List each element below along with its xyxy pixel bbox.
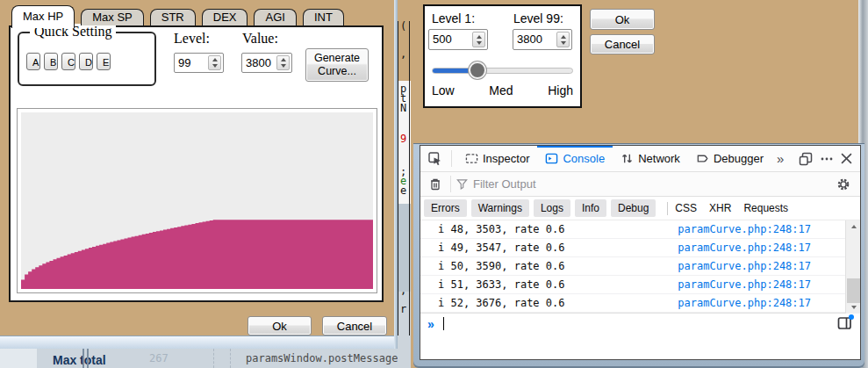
trash-icon[interactable] (426, 177, 445, 191)
spin-up-icon[interactable] (212, 58, 218, 61)
tab-panel-max-hp: Quick Setting A B C D E Level: 99 Value:… (9, 25, 384, 302)
value-input-value: 3800 (246, 56, 271, 69)
sidebar-toggle-icon[interactable] (837, 316, 852, 330)
filter-warnings[interactable]: Warnings (471, 199, 529, 217)
devtools-tab-network[interactable]: Network (613, 146, 688, 171)
rate-slider-thumb[interactable] (469, 61, 486, 79)
filter-errors[interactable]: Errors (424, 199, 467, 217)
background-editor-bottom: Max total 267 paramsWindow.postMessage( (0, 349, 398, 368)
log-source-link[interactable]: paramCurve.php:248:17 (678, 239, 811, 256)
spin-up-icon[interactable] (561, 35, 566, 39)
rate-slider[interactable] (432, 68, 573, 74)
spin-up-icon[interactable] (477, 35, 482, 39)
devtools-tab-debugger[interactable]: Debugger (688, 146, 771, 171)
line-number: 267 (149, 352, 169, 364)
meatball-menu-icon[interactable] (816, 152, 837, 166)
filter-output-input[interactable]: Filter Output (473, 177, 536, 191)
screen: Max HP Max SP STR DEX AGI INT Quick Sett… (0, 0, 868, 368)
log-source-link[interactable]: paramCurve.php:248:17 (678, 257, 811, 275)
level1-input-value: 500 (433, 32, 452, 46)
log-source-link[interactable]: paramCurve.php:248:17 (678, 294, 811, 312)
value-label: Value: (242, 31, 278, 47)
tab-max-sp[interactable]: Max SP (81, 9, 144, 25)
tab-int[interactable]: INT (303, 9, 344, 25)
devtools-tab-console[interactable]: Console (537, 146, 613, 171)
filter-icon (456, 178, 468, 190)
quick-setting-a-button[interactable]: A (26, 53, 40, 70)
log-message: i 51, 3633, rate 0.6 (438, 276, 678, 293)
curve-chart-plot (21, 112, 373, 289)
tab-dex[interactable]: DEX (202, 9, 248, 25)
spin-down-icon[interactable] (212, 64, 218, 68)
devtools-toolbar: Inspector Console Network (420, 146, 860, 172)
quick-setting-d-button[interactable]: D (79, 53, 93, 70)
cancel-button[interactable]: Cancel (322, 316, 387, 336)
level99-spinner[interactable] (556, 32, 570, 47)
background-code-line: paramsWindow.postMessage( (246, 352, 398, 364)
scroll-down-icon[interactable] (847, 301, 860, 314)
devtools-tab-label: Debugger (714, 152, 764, 165)
spin-down-icon[interactable] (281, 64, 286, 68)
filter-logs[interactable]: Logs (534, 199, 570, 217)
quick-setting-b-button[interactable]: B (44, 53, 58, 70)
log-message: i 49, 3547, rate 0.6 (438, 239, 678, 256)
spin-down-icon[interactable] (477, 41, 482, 45)
level1-input[interactable]: 500 (428, 29, 488, 50)
log-message: i 50, 3590, rate 0.6 (438, 257, 678, 275)
level-input[interactable]: 99 (174, 53, 224, 73)
spin-up-icon[interactable] (281, 58, 286, 61)
quick-setting-c-button[interactable]: C (61, 53, 75, 70)
code-fragment: r (400, 304, 406, 314)
console-output: i 48, 3503, rate 0.6 paramCurve.php:248:… (420, 220, 860, 314)
filter-requests[interactable]: Requests (743, 202, 788, 214)
settings-gear-icon[interactable] (833, 177, 854, 191)
console-level-filters: Errors Warnings Logs Info Debug CSS XHR … (420, 197, 860, 220)
responsive-design-icon[interactable] (795, 152, 816, 166)
quick-setting-e-button[interactable]: E (97, 53, 111, 70)
scrollbar-thumb[interactable] (847, 278, 860, 303)
console-filter-bar: Filter Output (420, 172, 860, 197)
levels-cancel-button[interactable]: Cancel (590, 34, 655, 54)
code-fragment: ( (400, 21, 406, 32)
tab-max-hp[interactable]: Max HP (11, 5, 75, 28)
filter-xhr[interactable]: XHR (709, 202, 731, 214)
level1-label: Level 1: (432, 11, 475, 25)
log-message: i 52, 3676, rate 0.6 (438, 294, 678, 312)
level-range-dialog: Level 1: Level 99: 500 3800 Low Med High (423, 4, 582, 108)
window-bottom-frame (0, 336, 394, 349)
level1-spinner[interactable] (472, 32, 485, 47)
console-log-row: i 52, 3676, rate 0.6 paramCurve.php:248:… (420, 294, 860, 313)
devtools-tab-label: Console (563, 152, 605, 165)
levels-ok-button[interactable]: Ok (590, 9, 655, 30)
more-tools-chevron[interactable]: » (771, 151, 789, 166)
filter-info[interactable]: Info (575, 199, 606, 217)
close-icon[interactable] (837, 153, 856, 164)
devtools-tab-inspector[interactable]: Inspector (457, 146, 537, 171)
tab-str[interactable]: STR (150, 9, 196, 25)
value-spinner[interactable] (276, 55, 290, 70)
devtools-window: Inspector Console Network (413, 143, 864, 368)
log-source-link[interactable]: paramCurve.php:248:17 (678, 220, 811, 238)
console-log-row: i 51, 3633, rate 0.6 paramCurve.php:248:… (420, 276, 860, 294)
console-icon (545, 152, 558, 165)
code-fragment: N (400, 103, 406, 113)
scroll-up-icon[interactable] (847, 220, 860, 233)
log-source-link[interactable]: paramCurve.php:248:17 (678, 276, 811, 293)
generate-curve-button[interactable]: Generate Curve... (305, 48, 369, 82)
background-editor-text: Max total (53, 353, 106, 367)
level99-input[interactable]: 3800 (513, 29, 572, 50)
console-scrollbar[interactable] (845, 220, 860, 314)
quick-setting-buttons: A B C D E (26, 53, 111, 70)
spin-down-icon[interactable] (561, 41, 566, 45)
ok-button[interactable]: Ok (247, 316, 312, 336)
pick-element-icon[interactable] (425, 152, 446, 166)
level-input-value: 99 (178, 56, 190, 69)
value-input[interactable]: 3800 (241, 53, 292, 73)
filter-css[interactable]: CSS (675, 202, 697, 214)
tab-agi[interactable]: AGI (254, 9, 296, 25)
console-input-row[interactable]: » (420, 314, 860, 334)
slider-label-high: High (548, 83, 573, 97)
console-log-row: i 50, 3590, rate 0.6 paramCurve.php:248:… (420, 257, 860, 276)
level-spinner[interactable] (208, 55, 221, 70)
filter-debug[interactable]: Debug (611, 199, 656, 217)
